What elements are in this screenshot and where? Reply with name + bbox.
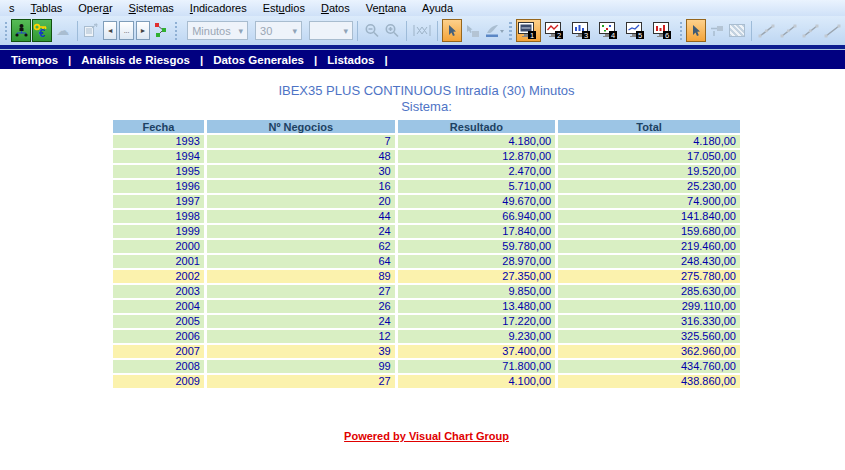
candlestick-icon — [412, 24, 432, 37]
report-subtitle: Sistema: — [110, 99, 743, 114]
monitor-2-icon: 2 — [545, 22, 566, 40]
trendline-tool-button[interactable] — [756, 19, 777, 42]
extra-combo[interactable]: ▾ — [309, 21, 353, 40]
zoom-out-button-disabled[interactable] — [362, 19, 382, 42]
menu-indicadores[interactable]: Indicadores — [182, 1, 255, 15]
draw-pen-button-disabled[interactable] — [483, 19, 505, 42]
svg-text:€: € — [39, 27, 45, 38]
menu-bar: sTablasOperarSistemasIndicadoresEstudios… — [0, 0, 845, 16]
more-button[interactable]: ... — [119, 21, 133, 40]
table-cell: 141.840,00 — [558, 210, 740, 223]
tab-datos-generales[interactable]: Datos Generales — [207, 54, 310, 66]
table-row: 2009274.100,00438.860,00 — [113, 375, 740, 388]
monitor-4-icon: 4 — [599, 22, 620, 40]
org-chart-icon — [13, 23, 30, 38]
menu-estudios[interactable]: Estudios — [255, 1, 313, 15]
table-row: 1996165.710,0025.230,00 — [113, 180, 740, 193]
pointer-tool-button-selected[interactable] — [686, 19, 706, 42]
table-body: 199374.180,004.180,0019944812.870,0017.0… — [113, 135, 740, 388]
table-cell: 19.520,00 — [558, 165, 740, 178]
pin-button-disabled[interactable] — [707, 19, 727, 42]
toolbar-grip[interactable] — [5, 22, 7, 40]
svg-text:5: 5 — [638, 30, 642, 39]
column-header: Fecha — [113, 120, 204, 133]
table-row: 2006129.230,00325.560,00 — [113, 330, 740, 343]
table-cell: 37.400,00 — [398, 345, 556, 358]
workspace-2-button[interactable]: 2 — [543, 19, 568, 42]
table-cell: 13.480,00 — [398, 300, 556, 313]
menu-sistemas[interactable]: Sistemas — [121, 1, 182, 15]
menu-ayuda[interactable]: Ayuda — [414, 1, 461, 15]
trendline-tool-button[interactable] — [800, 19, 821, 42]
workspace-1-button-selected[interactable]: 1 — [516, 19, 541, 42]
table-cell: 59.780,00 — [398, 240, 556, 253]
table-row: 19972049.670,0074.900,00 — [113, 195, 740, 208]
toolbar-grip[interactable] — [509, 22, 511, 40]
table-row: 19944812.870,0017.050,00 — [113, 150, 740, 163]
tab-separator: | — [196, 54, 207, 66]
table-cell: 39 — [207, 345, 395, 358]
next-button[interactable]: ► — [136, 21, 150, 40]
menu-clipped[interactable]: s — [1, 1, 23, 15]
pointer-icon — [689, 24, 703, 38]
table-cell: 2006 — [113, 330, 204, 343]
table-cell: 2004 — [113, 300, 204, 313]
toolbar-grip[interactable] — [680, 22, 682, 40]
table-cell: 27 — [207, 375, 395, 388]
workspace-6-button[interactable]: 6 — [651, 19, 676, 42]
table-cell: 316.330,00 — [558, 315, 740, 328]
workspace-5-button[interactable]: 5 — [624, 19, 649, 42]
menu-ventana[interactable]: Ventana — [358, 1, 414, 15]
table-cell: 25.230,00 — [558, 180, 740, 193]
table-cell: 27 — [207, 285, 395, 298]
table-cell: 4.180,00 — [398, 135, 556, 148]
workspace-4-button[interactable]: 4 — [597, 19, 622, 42]
menu-tablas[interactable]: Tablas — [23, 1, 71, 15]
tab-separator: | — [310, 54, 321, 66]
table-row: 20089971.800,00434.760,00 — [113, 360, 740, 373]
visual-chart-window: sTablasOperarSistemasIndicadoresEstudios… — [0, 0, 845, 470]
pattern-fill-button-disabled[interactable] — [728, 19, 748, 42]
prev-button[interactable]: ◄ — [103, 21, 117, 40]
period-combo-value: Minutos — [192, 25, 231, 37]
workspace-3-button[interactable]: 3 — [570, 19, 595, 42]
period-combo[interactable]: Minutos ▾ — [187, 21, 248, 40]
table-row: 20028927.350,00275.780,00 — [113, 270, 740, 283]
table-cell: 48 — [207, 150, 395, 163]
tab-listados[interactable]: Listados — [321, 54, 380, 66]
toolbar-grip[interactable] — [175, 22, 177, 40]
trendline-icon — [823, 23, 842, 39]
table-cell: 64 — [207, 255, 395, 268]
trendline-tool-button[interactable] — [778, 19, 799, 42]
cloud-button-disabled[interactable]: ☁ — [53, 19, 73, 42]
properties-button-disabled[interactable] — [81, 19, 101, 42]
chevron-down-icon: ▾ — [239, 26, 244, 36]
compression-combo-value: 30 — [260, 25, 272, 37]
menu-operar[interactable]: Operar — [70, 1, 120, 15]
cursor-tool-button-selected[interactable] — [442, 19, 462, 42]
table-row: 2003279.850,00285.630,00 — [113, 285, 740, 298]
menu-datos[interactable]: Datos — [313, 1, 358, 15]
key-euro-button[interactable]: € — [32, 19, 52, 42]
select-object-button-disabled[interactable] — [463, 19, 483, 42]
svg-text:6: 6 — [665, 30, 669, 39]
svg-text:4: 4 — [611, 30, 615, 39]
table-cell: 24 — [207, 315, 395, 328]
powered-by-link[interactable]: Powered by Visual Chart Group — [344, 430, 509, 442]
table-cell: 275.780,00 — [558, 270, 740, 283]
column-header: Total — [558, 120, 740, 133]
cursor-icon — [445, 24, 459, 38]
candle-tool-button-disabled[interactable] — [411, 19, 433, 42]
table-cell: 27.350,00 — [398, 270, 556, 283]
compression-combo[interactable]: 30 ▾ — [255, 21, 302, 40]
tab-an-lisis-de-riesgos[interactable]: Análisis de Riesgos — [75, 54, 196, 66]
systems-table-button[interactable] — [11, 19, 31, 42]
tab-tiempos[interactable]: Tiempos — [5, 54, 64, 66]
table-header-row: FechaNº NegociosResultadoTotal — [113, 120, 740, 133]
link-nodes-button[interactable] — [151, 19, 171, 42]
zoom-in-button-disabled[interactable] — [383, 19, 403, 42]
table-cell: 62 — [207, 240, 395, 253]
toolbar-separator — [357, 21, 358, 41]
table-cell: 17.220,00 — [398, 315, 556, 328]
trendline-tool-button[interactable] — [822, 19, 843, 42]
